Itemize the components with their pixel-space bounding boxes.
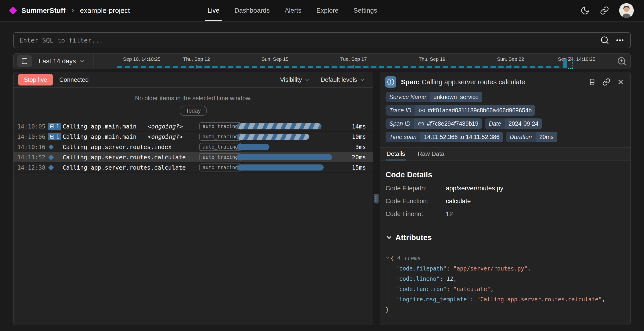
time-range-label: Last 14 days (39, 58, 76, 65)
stop-live-button[interactable]: Stop live (18, 74, 53, 86)
divider (93, 54, 94, 69)
duration-label: 10ms (340, 134, 366, 140)
app-root: SummerStuff example-project Live Dashboa… (0, 0, 644, 331)
breadcrumb: SummerStuff example-project (10, 6, 130, 14)
today-button[interactable]: Today (180, 106, 207, 116)
timeline-tick-label: Sun, Sep 15 (262, 56, 288, 62)
org-name[interactable]: SummerStuff (22, 6, 66, 14)
timeline-track[interactable]: Sep 10, 14:10:25 Thu, Sep 12 Sun, Sep 15… (95, 54, 612, 69)
detail-title: Span: Calling app.server.routes.calculat… (401, 78, 525, 86)
copy-link-icon[interactable] (602, 78, 610, 86)
detail-header: Span: Calling app.server.routes.calculat… (380, 72, 630, 91)
split-view-icon[interactable] (588, 78, 596, 86)
chevron-right-icon (70, 8, 76, 14)
sidebar-toggle-icon[interactable] (17, 55, 32, 67)
span-id-badge[interactable]: Span ID #f7c8e294f7489b19 (386, 118, 482, 129)
duration-label: 20ms (340, 154, 366, 161)
live-panel-header: Stop live Connected Visibility Default l… (14, 72, 373, 88)
tag-auto-tracing[interactable]: auto_tracing (199, 153, 242, 161)
duration-bar[interactable] (237, 123, 322, 130)
badge-value: 14:11:52.366 to 14:11:52.386 (420, 132, 503, 142)
link-icon[interactable] (419, 107, 425, 114)
list-item[interactable]: 14:10:16 Calling app.server.routes.index… (14, 142, 373, 152)
collapse-chevron-icon[interactable] (386, 256, 390, 260)
span-kind-label: Span: (401, 78, 420, 86)
tag-auto-tracing[interactable]: auto_tracing (199, 122, 242, 130)
tab-explore[interactable]: Explore (309, 0, 346, 21)
service-name-badge[interactable]: Service Name unknown_service (386, 92, 482, 102)
tab-live[interactable]: Live (200, 0, 227, 21)
span-timestamp: 14:10:16 (17, 144, 48, 150)
time-span-badge[interactable]: Time span 14:11:52.366 to 14:11:52.386 (386, 132, 503, 142)
duration-label: 15ms (340, 164, 366, 171)
json-root-line[interactable]: {4 items (386, 253, 624, 264)
kv-value: 12 (446, 210, 453, 218)
resize-grip-handle[interactable] (374, 194, 378, 204)
logo-diamond-icon[interactable] (9, 6, 17, 14)
attributes-json-viewer: {4 items "code.filepath": "app/server/ro… (386, 253, 624, 315)
main-nav-tabs: Live Dashboards Alerts Explore Settings (200, 0, 384, 21)
trace-id-badge[interactable]: Trace ID #df01acad0311189c8b66a466d96965… (386, 105, 535, 116)
json-line: "logfire.msg_template": "Calling app.ser… (386, 294, 624, 304)
list-item[interactable]: 14:12:38 Calling app.server.routes.calcu… (14, 162, 373, 173)
json-line: "code.filepath": "app/server/routes.py", (386, 264, 624, 274)
tab-alerts[interactable]: Alerts (277, 0, 309, 21)
tab-dashboards[interactable]: Dashboards (227, 0, 277, 21)
span-timestamp: 14:11:52 (17, 154, 48, 161)
span-message: Calling app.server.routes.index (62, 144, 172, 150)
badge-label: Trace ID (386, 105, 415, 116)
code-filepath-row: Code Filepath: app/server/routes.py (386, 185, 624, 192)
main-content: Stop live Connected Visibility Default l… (13, 72, 631, 325)
items-count: 4 items (397, 255, 420, 262)
dark-mode-moon-icon[interactable] (580, 6, 590, 15)
list-item-selected[interactable]: 14:11:52 Calling app.server.routes.calcu… (14, 152, 373, 162)
span-diamond-icon (48, 165, 54, 170)
default-levels-dropdown[interactable]: Default levels (320, 76, 365, 84)
close-icon[interactable] (617, 78, 624, 86)
duration-bar[interactable] (237, 144, 270, 150)
span-timestamp: 14:10:06 (17, 134, 48, 140)
link-icon[interactable] (418, 120, 424, 127)
tag-auto-tracing[interactable]: auto_tracing (199, 164, 242, 172)
kv-label: Code Function: (386, 198, 446, 205)
duration-bar[interactable] (237, 154, 332, 160)
time-range-select[interactable]: Last 14 days (39, 58, 85, 65)
attributes-section-toggle[interactable]: Attributes (386, 233, 624, 242)
span-title-text: Calling app.server.routes.calculate (422, 78, 525, 86)
duration-bar[interactable] (237, 134, 309, 140)
user-avatar[interactable] (619, 3, 634, 18)
span-message: Calling app.main.main (62, 134, 136, 140)
list-item[interactable]: 14:10:06 1 Calling app.main.main <ongoin… (14, 132, 373, 142)
expand-children-badge[interactable]: 1 (48, 123, 61, 130)
visibility-dropdown[interactable]: Visibility (280, 76, 310, 84)
duration-badge[interactable]: Duration 20ms (506, 132, 557, 142)
date-badge[interactable]: Date 2024-09-24 (485, 118, 542, 129)
span-timestamp: 14:12:38 (17, 164, 48, 171)
sql-filter-input[interactable] (20, 37, 600, 44)
empty-message: No older items in the selected time wind… (135, 94, 252, 102)
timeline-selection[interactable] (568, 58, 573, 69)
zoom-in-icon[interactable] (617, 56, 627, 66)
kv-label: Code Lineno: (386, 210, 446, 218)
duration-label: 14ms (340, 123, 366, 130)
share-link-icon[interactable] (600, 6, 609, 15)
expand-children-badge[interactable]: 1 (48, 133, 61, 140)
tag-auto-tracing[interactable]: auto_tracing (199, 143, 242, 151)
chevron-down-icon (386, 234, 392, 241)
tab-raw-data[interactable]: Raw Data (417, 148, 445, 160)
tag-auto-tracing[interactable]: auto_tracing (199, 133, 242, 140)
more-options-icon[interactable] (615, 36, 624, 45)
project-name[interactable]: example-project (80, 6, 130, 14)
activity-spike (563, 59, 567, 68)
tab-details[interactable]: Details (386, 148, 406, 160)
nav-actions (580, 3, 634, 18)
ongoing-indicator: <ongoing?> (148, 123, 183, 130)
search-icon[interactable] (600, 36, 609, 44)
badge-label: Duration (506, 132, 536, 142)
tab-settings[interactable]: Settings (346, 0, 384, 21)
chevron-down-icon (304, 77, 310, 83)
duration-bar[interactable] (237, 164, 324, 170)
list-item[interactable]: 14:10:05 1 Calling app.main.main <ongoin… (14, 122, 373, 132)
span-message: Calling app.main.main (62, 123, 136, 130)
code-details-heading: Code Details (386, 170, 624, 179)
